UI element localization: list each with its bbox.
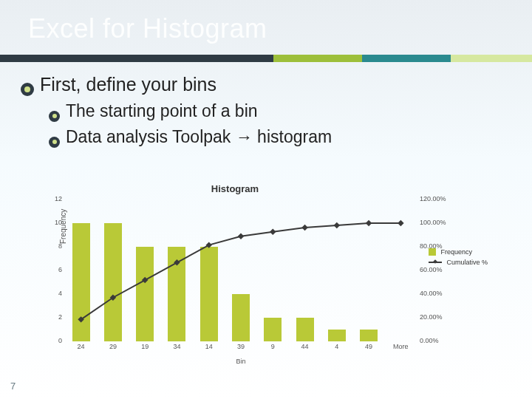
- x-axis-label: Bin: [65, 358, 417, 365]
- bullet-icon: [49, 137, 60, 148]
- legend-line-icon: [429, 262, 442, 263]
- plot-area: 242919341439944449More Frequency Bin Fre…: [65, 200, 417, 341]
- accent-stripe: [273, 55, 362, 62]
- chart-title: Histogram: [35, 183, 434, 194]
- y-left-tick: 0: [40, 337, 62, 344]
- legend-item-cumulative: Cumulative %: [429, 259, 488, 266]
- page-number: 7: [10, 381, 16, 392]
- y-right-tick: 120.00%: [420, 195, 457, 202]
- svg-rect-11: [205, 242, 211, 248]
- y-left-tick: 6: [40, 266, 62, 273]
- bullet-text: The starting point of a bin: [66, 101, 258, 121]
- x-tick: 4: [335, 343, 338, 350]
- x-tick: More: [393, 343, 409, 350]
- svg-rect-12: [238, 233, 244, 239]
- y-left-tick: 2: [40, 313, 62, 321]
- bullet-icon: [49, 111, 60, 122]
- x-tick: 44: [301, 343, 309, 350]
- x-tick: 24: [78, 343, 85, 350]
- bullet-text-part: histogram: [253, 127, 332, 146]
- x-tick: 9: [271, 343, 275, 350]
- y-right-tick: 40.00%: [420, 290, 457, 297]
- y-right-tick: 0.00%: [420, 337, 457, 344]
- svg-rect-10: [174, 259, 180, 265]
- y-axis-label: Frequency: [59, 209, 67, 244]
- y-left-tick: 4: [40, 290, 62, 297]
- svg-rect-13: [270, 229, 276, 235]
- svg-rect-9: [142, 277, 148, 283]
- y-right-tick: 20.00%: [420, 313, 457, 321]
- x-tick: 49: [365, 343, 372, 350]
- slide: Excel for Histogram First, define your b…: [0, 0, 532, 399]
- arrow-icon: →: [236, 127, 253, 146]
- accent-stripe: [362, 55, 451, 62]
- x-ticks: 242919341439944449More: [65, 343, 417, 353]
- y-right-tick: 60.00%: [420, 266, 457, 273]
- y-left-tick: 8: [40, 242, 62, 250]
- line-series: [65, 200, 417, 341]
- bullet-text: Data analysis Toolpak → histogram: [66, 127, 332, 147]
- x-tick: 19: [141, 343, 149, 350]
- bullet-s1: The starting point of a bin: [49, 101, 511, 121]
- chart: Histogram 242919341439944449More Frequen…: [35, 183, 508, 368]
- bullet-text-part: Data analysis Toolpak: [66, 127, 236, 146]
- svg-rect-16: [366, 220, 372, 226]
- slide-title: Excel for Histogram: [28, 13, 267, 44]
- svg-rect-14: [301, 225, 307, 231]
- y-right-tick: 80.00%: [420, 242, 457, 250]
- legend-label: Cumulative %: [446, 259, 488, 266]
- bullet-icon: [21, 83, 34, 96]
- x-tick: 34: [173, 343, 180, 350]
- svg-rect-15: [334, 222, 340, 228]
- bullet-s2: Data analysis Toolpak → histogram: [49, 127, 511, 147]
- x-tick: 39: [237, 343, 245, 350]
- body-content: First, define your bins The starting poi…: [21, 74, 511, 153]
- bullet-l1: First, define your bins: [21, 74, 511, 95]
- y-left-tick: 12: [40, 195, 62, 202]
- bullet-text: First, define your bins: [40, 74, 216, 95]
- y-left-tick: 10: [40, 219, 62, 226]
- x-tick: 14: [205, 343, 213, 350]
- accent-stripe: [451, 55, 532, 62]
- x-tick: 29: [109, 343, 117, 350]
- y-right-tick: 100.00%: [420, 219, 457, 226]
- svg-rect-17: [398, 220, 403, 226]
- title-divider: [0, 55, 532, 62]
